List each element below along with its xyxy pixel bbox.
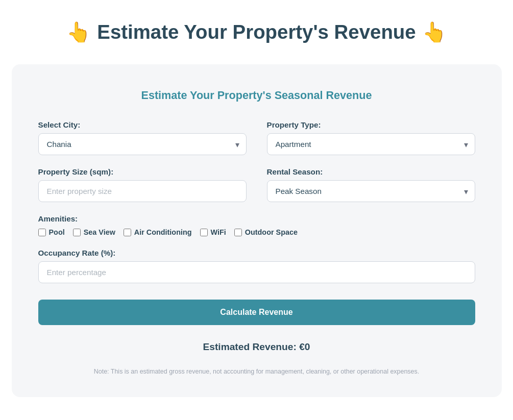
occupancy-group: Occupancy Rate (%): bbox=[38, 249, 475, 283]
amenity-outdoor-space-label: Outdoor Space bbox=[245, 228, 298, 236]
rental-season-select[interactable]: Peak Season Mid Season Low Season bbox=[267, 180, 475, 202]
form-card: Estimate Your Property's Seasonal Revenu… bbox=[12, 64, 502, 397]
disclaimer: Note: This is an estimated gross revenue… bbox=[38, 367, 475, 377]
city-label: Select City: bbox=[38, 120, 247, 129]
amenity-air-conditioning[interactable]: Air Conditioning bbox=[124, 228, 192, 236]
property-size-input[interactable] bbox=[38, 180, 247, 202]
amenity-air-conditioning-label: Air Conditioning bbox=[134, 228, 192, 236]
amenities-label: Amenities: bbox=[38, 214, 475, 223]
page-title: Estimate Your Property's Revenue bbox=[97, 21, 416, 43]
amenity-wifi[interactable]: WiFi bbox=[200, 228, 226, 236]
calculate-button[interactable]: Calculate Revenue bbox=[38, 300, 475, 325]
property-size-group: Property Size (sqm): bbox=[38, 167, 247, 202]
amenities-checkboxes: Pool Sea View Air Conditioning WiFi Outd bbox=[38, 228, 475, 236]
property-type-label: Property Type: bbox=[267, 120, 475, 129]
property-type-select-wrapper: Apartment House Villa Studio bbox=[267, 133, 475, 155]
amenity-wifi-label: WiFi bbox=[211, 228, 226, 236]
emoji-right: 👆 bbox=[422, 20, 447, 44]
amenities-group: Amenities: Pool Sea View Air Conditionin… bbox=[38, 214, 475, 236]
amenity-pool-label: Pool bbox=[49, 228, 65, 236]
city-select-wrapper: Chania Heraklion Rhodes Athens Thessalon… bbox=[38, 133, 247, 155]
property-size-label: Property Size (sqm): bbox=[38, 167, 247, 176]
amenity-sea-view-label: Sea View bbox=[84, 228, 115, 236]
amenity-pool-checkbox[interactable] bbox=[38, 229, 46, 236]
amenity-pool[interactable]: Pool bbox=[38, 228, 65, 236]
form-title: Estimate Your Property's Seasonal Revenu… bbox=[38, 89, 475, 102]
page-header: 👆 Estimate Your Property's Revenue 👆 bbox=[66, 20, 446, 44]
emoji-left: 👆 bbox=[66, 20, 91, 44]
rental-season-select-wrapper: Peak Season Mid Season Low Season bbox=[267, 180, 475, 202]
property-type-select[interactable]: Apartment House Villa Studio bbox=[267, 133, 475, 155]
occupancy-input[interactable] bbox=[38, 261, 475, 283]
property-type-group: Property Type: Apartment House Villa Stu… bbox=[267, 120, 475, 155]
amenity-wifi-checkbox[interactable] bbox=[200, 229, 208, 236]
amenity-sea-view[interactable]: Sea View bbox=[73, 228, 115, 236]
city-group: Select City: Chania Heraklion Rhodes Ath… bbox=[38, 120, 247, 155]
form-grid: Select City: Chania Heraklion Rhodes Ath… bbox=[38, 120, 475, 377]
occupancy-label: Occupancy Rate (%): bbox=[38, 249, 475, 257]
amenity-outdoor-space[interactable]: Outdoor Space bbox=[234, 228, 298, 236]
amenity-outdoor-space-checkbox[interactable] bbox=[234, 229, 242, 236]
amenity-air-conditioning-checkbox[interactable] bbox=[124, 229, 131, 236]
rental-season-group: Rental Season: Peak Season Mid Season Lo… bbox=[267, 167, 475, 202]
city-select[interactable]: Chania Heraklion Rhodes Athens Thessalon… bbox=[38, 133, 247, 155]
amenity-sea-view-checkbox[interactable] bbox=[73, 229, 81, 236]
estimated-revenue: Estimated Revenue: €0 bbox=[38, 341, 475, 353]
rental-season-label: Rental Season: bbox=[267, 167, 475, 176]
